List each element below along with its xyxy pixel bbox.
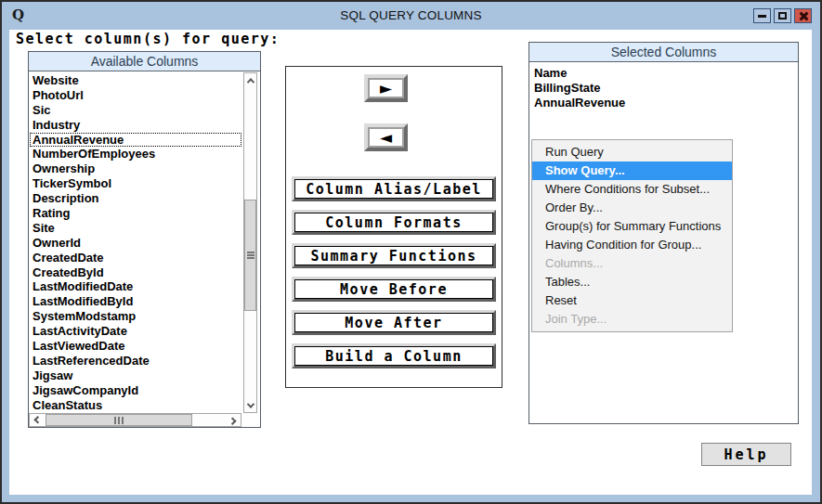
list-item-numberofemployees[interactable]: NumberOfEmployees [30,147,241,162]
scroll-right-button[interactable] [226,414,241,426]
help-button[interactable]: Help [701,443,791,466]
list-item-billingstate[interactable]: BillingState [529,81,798,96]
minimize-icon [758,15,766,18]
window-controls [753,8,812,23]
move-after-button[interactable]: Move After [292,310,496,335]
list-item-rating[interactable]: Rating [30,206,241,221]
scroll-up-button[interactable] [244,73,256,87]
list-item-systemmodstamp[interactable]: SystemModstamp [30,309,241,324]
list-item-jigsawcompanyid[interactable]: JigsawCompanyId [30,383,241,398]
list-item-cleanstatus[interactable]: CleanStatus [30,398,241,412]
move-right-icon: ► [370,80,402,97]
titlebar[interactable]: Q SQL QUERY COLUMNS [2,2,820,30]
list-item-createddate[interactable]: CreatedDate [30,251,241,265]
build-a-column-button[interactable]: Build a Column [292,343,496,368]
list-item-annualrevenue[interactable]: AnnualRevenue [529,96,798,110]
button-label: Build a Column [294,346,493,366]
context-menu: Run QueryShow Query...Where Conditions f… [531,139,733,332]
list-item-name[interactable]: Name [529,66,798,81]
list-item-tickersymbol[interactable]: TickerSymbol [30,176,241,191]
menu-item-columns: Columns... [532,254,732,273]
vertical-scrollbar-thumb[interactable] [244,200,256,311]
list-item-lastreferenceddate[interactable]: LastReferencedDate [30,354,241,368]
available-columns-listbox[interactable]: WebsitePhotoUrlSicIndustryAnnualRevenueN… [30,72,241,412]
column-formats-button[interactable]: Column Formats [292,210,496,235]
transfer-buttons: Column Alias/LabelColumn FormatsSummary … [286,176,502,377]
grip-icon [118,417,120,424]
list-item-lastvieweddate[interactable]: LastViewedDate [30,339,241,354]
list-item-annualrevenue[interactable]: AnnualRevenue [30,133,241,148]
list-item-photourl[interactable]: PhotoUrl [30,88,241,103]
maximize-icon [778,12,787,19]
move-right-button[interactable]: ► [364,74,408,102]
close-button[interactable] [794,8,812,23]
summary-functions-button[interactable]: Summary Functions [292,243,496,268]
scroll-left-button[interactable] [30,414,45,426]
chevron-left-icon [33,416,41,423]
chevron-down-icon [246,400,254,407]
menu-item-having-condition-for-group[interactable]: Having Condition for Group... [532,236,732,254]
grip-icon [247,254,254,256]
maximize-button[interactable] [774,8,791,23]
vertical-scrollbar[interactable] [243,72,257,413]
list-item-sic[interactable]: Sic [30,103,241,118]
list-item-ownerid[interactable]: OwnerId [30,236,241,251]
button-label: Summary Functions [294,246,493,265]
move-left-icon: ◄ [370,129,402,146]
list-item-createdbyid[interactable]: CreatedById [30,265,241,280]
move-before-button[interactable]: Move Before [292,277,496,302]
button-label: Column Alias/Label [294,179,493,199]
list-item-ownership[interactable]: Ownership [30,162,241,176]
minimize-button[interactable] [753,8,771,23]
dialog-content: Select column(s) for query: Available Co… [9,30,812,495]
list-item-jigsaw[interactable]: Jigsaw [30,368,241,383]
menu-item-order-by[interactable]: Order By... [532,199,732,217]
dialog-window: Q SQL QUERY COLUMNS Select column(s) for… [0,0,822,504]
horizontal-scrollbar[interactable] [29,413,241,427]
list-item-description[interactable]: Description [30,191,241,206]
prompt-label: Select column(s) for query: [16,31,280,47]
transfer-panel: ► ◄ Column Alias/LabelColumn FormatsSumm… [285,66,502,388]
button-label: Move After [294,313,493,332]
horizontal-scrollbar-thumb[interactable] [46,414,192,426]
scroll-down-button[interactable] [244,398,256,412]
close-icon [799,11,808,20]
menu-item-reset[interactable]: Reset [532,291,732,310]
list-item-website[interactable]: Website [30,73,241,88]
menu-item-tables[interactable]: Tables... [532,273,732,291]
chevron-up-icon [246,78,254,85]
list-item-site[interactable]: Site [30,221,241,236]
available-columns-panel: Available Columns WebsitePhotoUrlSicIndu… [28,51,261,428]
chevron-right-icon [228,417,236,424]
list-item-lastmodifieddate[interactable]: LastModifiedDate [30,279,241,294]
button-label: Column Formats [294,213,493,232]
window-title: SQL QUERY COLUMNS [2,8,820,22]
selected-columns-header: Selected Columns [529,43,798,62]
menu-item-group-s-for-summary-functions[interactable]: Group(s) for Summary Functions [532,217,732,236]
available-columns-header: Available Columns [29,52,260,71]
list-item-lastactivitydate[interactable]: LastActivityDate [30,324,241,339]
move-left-button[interactable]: ◄ [364,123,408,151]
menu-item-join-type: Join Type... [532,310,732,329]
button-label: Move Before [294,279,493,299]
menu-item-show-query[interactable]: Show Query... [532,162,732,180]
menu-item-where-conditions-for-subset[interactable]: Where Conditions for Subset... [532,180,732,199]
column-alias-label-button[interactable]: Column Alias/Label [292,176,496,201]
menu-item-run-query[interactable]: Run Query [532,143,732,162]
list-item-lastmodifiedbyid[interactable]: LastModifiedById [30,294,241,309]
list-item-industry[interactable]: Industry [30,118,241,133]
